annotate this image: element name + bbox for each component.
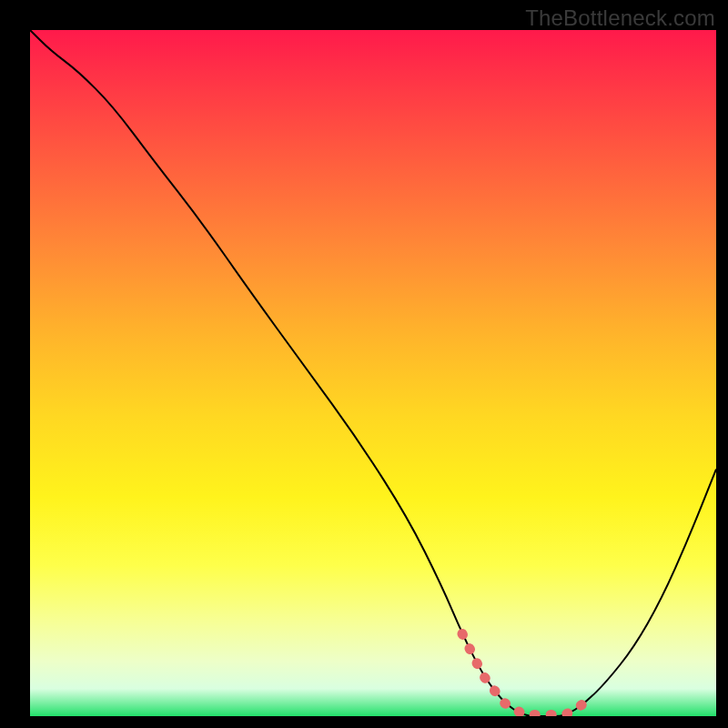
plot-overlay <box>30 30 716 716</box>
chart-frame: TheBottleneck.com <box>0 0 728 728</box>
watermark-text: TheBottleneck.com <box>525 5 715 31</box>
optimal-region-highlight <box>462 634 586 715</box>
plot-area <box>30 30 716 716</box>
bottleneck-curve <box>30 30 716 716</box>
